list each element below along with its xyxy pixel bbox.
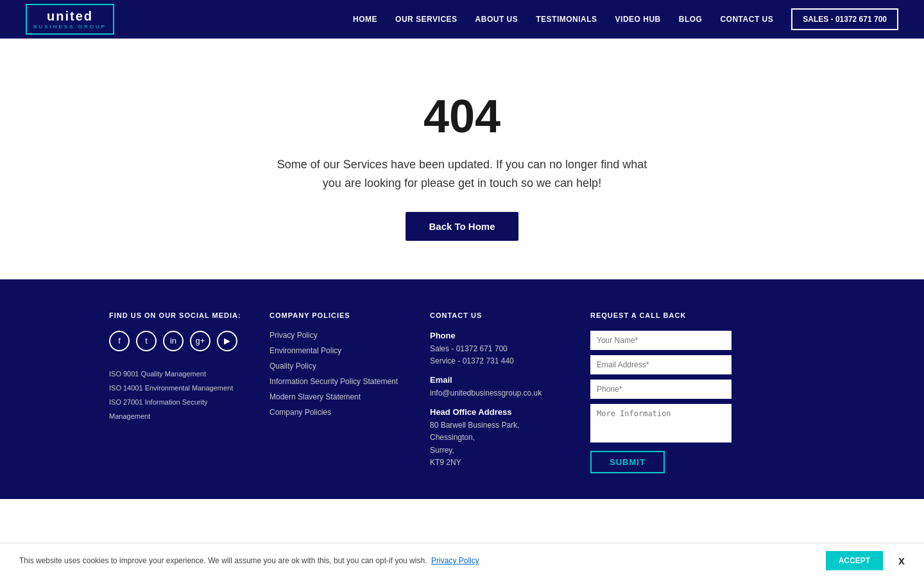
error-page: 404 Some of our Services have been updat… xyxy=(0,39,924,279)
logo-top: united xyxy=(47,9,93,24)
address-label: Head Office Address xyxy=(430,407,571,417)
nav-about[interactable]: ABOUT US xyxy=(475,15,518,24)
nav-blog[interactable]: BLOG xyxy=(679,15,703,24)
policy-company[interactable]: Company Policies xyxy=(270,408,411,417)
policy-environmental[interactable]: Environmental Policy xyxy=(270,346,411,355)
nav-services[interactable]: OUR SERVICES xyxy=(395,15,457,24)
callback-name-input[interactable] xyxy=(590,331,732,350)
youtube-icon[interactable]: ▶ xyxy=(217,331,237,351)
social-section-title: FIND US ON OUR SOCIAL MEDIA: xyxy=(109,311,250,319)
policy-infosec[interactable]: Information Security Policy Statement xyxy=(270,377,411,386)
address-line-2: Chessington, xyxy=(430,432,571,444)
nav-home[interactable]: HOME xyxy=(353,15,377,24)
iso-certifications: ISO 9001 Quality Management ISO 14001 En… xyxy=(109,367,250,423)
email-address: info@unitedbusinessgroup.co.uk xyxy=(430,387,571,399)
callback-title: REQUEST A CALL BACK xyxy=(590,311,732,319)
footer-callback-section: REQUEST A CALL BACK SUBMIT xyxy=(590,311,732,473)
linkedin-icon[interactable]: in xyxy=(163,331,184,351)
email-label: Email xyxy=(430,375,571,385)
phone-service: Service - 01372 731 440 xyxy=(430,355,571,367)
footer-social-section: FIND US ON OUR SOCIAL MEDIA: f t in g+ ▶… xyxy=(109,311,250,473)
address-line-4: KT9 2NY xyxy=(430,457,571,469)
iso-line-2: ISO 14001 Environmental Management xyxy=(109,381,250,395)
callback-phone-input[interactable] xyxy=(590,380,732,399)
main-nav: HOME OUR SERVICES ABOUT US TESTIMONIALS … xyxy=(353,8,898,30)
back-to-home-button[interactable]: Back To Home xyxy=(406,212,518,241)
address-line-3: Surrey, xyxy=(430,444,571,457)
nav-videohub[interactable]: VIDEO HUB xyxy=(615,15,661,24)
footer-policies-section: COMPANY POLICIES Privacy Policy Environm… xyxy=(270,311,411,473)
sales-button[interactable]: SALES - 01372 671 700 xyxy=(791,8,898,30)
phone-label: Phone xyxy=(430,331,571,340)
error-message: Some of our Services have been updated. … xyxy=(270,155,654,193)
nav-contact[interactable]: CONTACT US xyxy=(720,15,773,24)
phone-sales: Sales - 01372 671 700 xyxy=(430,343,571,355)
twitter-icon[interactable]: t xyxy=(136,331,157,351)
iso-line-1: ISO 9001 Quality Management xyxy=(109,367,250,381)
footer: FIND US ON OUR SOCIAL MEDIA: f t in g+ ▶… xyxy=(0,279,924,499)
policy-quality[interactable]: Quality Policy xyxy=(270,362,411,371)
callback-submit-button[interactable]: SUBMIT xyxy=(590,451,665,473)
callback-info-textarea[interactable] xyxy=(590,404,732,442)
policies-title: COMPANY POLICIES xyxy=(270,311,411,319)
footer-contact-section: CONTACT US Phone Sales - 01372 671 700 S… xyxy=(430,311,571,473)
callback-email-input[interactable] xyxy=(590,355,732,374)
policy-privacy[interactable]: Privacy Policy xyxy=(270,331,411,340)
contact-title: CONTACT US xyxy=(430,311,571,319)
nav-testimonials[interactable]: TESTIMONIALS xyxy=(536,15,597,24)
address-line-1: 80 Barwell Business Park, xyxy=(430,419,571,432)
googleplus-icon[interactable]: g+ xyxy=(190,331,210,351)
social-icons-group: f t in g+ ▶ xyxy=(109,331,250,351)
error-code: 404 xyxy=(424,90,501,143)
logo-bottom: BUSINESS GROUP xyxy=(33,24,107,30)
policy-slavery[interactable]: Modern Slavery Statement xyxy=(270,392,411,401)
facebook-icon[interactable]: f xyxy=(109,331,130,351)
logo[interactable]: united BUSINESS GROUP xyxy=(26,4,114,35)
iso-line-3: ISO 27001 Information Security Managemen… xyxy=(109,395,250,423)
